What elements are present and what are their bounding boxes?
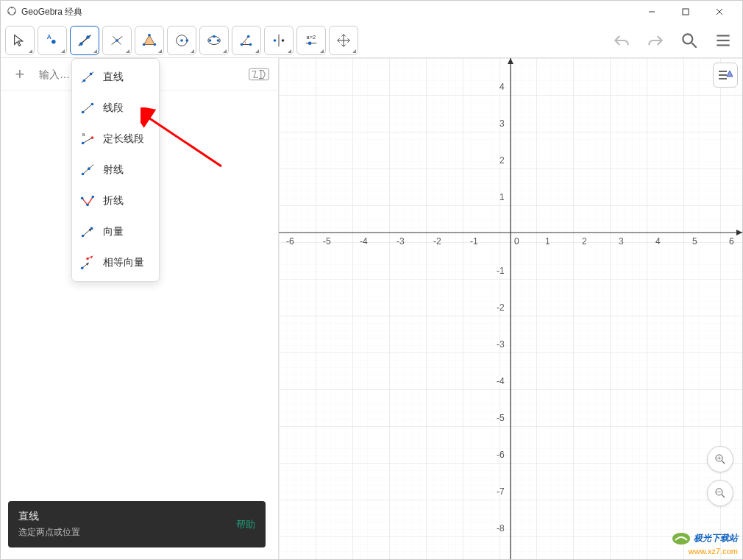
add-row-button[interactable]: + bbox=[5, 60, 35, 89]
svg-text:a: a bbox=[82, 132, 85, 137]
search-button[interactable] bbox=[675, 26, 704, 55]
svg-point-87 bbox=[672, 533, 690, 545]
svg-point-28 bbox=[249, 43, 252, 46]
zoom-in-button[interactable] bbox=[707, 446, 733, 472]
app-icon bbox=[7, 6, 17, 18]
undo-button[interactable] bbox=[607, 26, 636, 55]
watermark-line2: www.xz7.com bbox=[689, 547, 738, 556]
minimize-button[interactable] bbox=[635, 1, 669, 23]
polyline-icon bbox=[79, 193, 96, 209]
y-tick: 2 bbox=[500, 155, 505, 166]
svg-point-68 bbox=[91, 136, 94, 139]
x-tick: 2 bbox=[582, 236, 587, 247]
svg-point-1 bbox=[11, 7, 13, 8]
svg-line-66 bbox=[83, 138, 93, 143]
dropdown-item-segment-fixed[interactable]: a 定长线段 bbox=[72, 124, 159, 155]
y-tick: -4 bbox=[497, 376, 505, 386]
svg-point-63 bbox=[82, 111, 85, 114]
tool-move[interactable] bbox=[5, 26, 35, 55]
tool-circle[interactable] bbox=[167, 26, 196, 55]
tool-polygon[interactable] bbox=[135, 26, 164, 55]
dropdown-label: 折线 bbox=[103, 194, 124, 208]
tool-tooltip: 直线 选定两点或位置 帮助 bbox=[8, 501, 266, 547]
svg-point-70 bbox=[82, 173, 85, 176]
x-tick: -1 bbox=[470, 236, 478, 247]
tool-ellipse[interactable] bbox=[199, 26, 229, 55]
svg-line-37 bbox=[692, 43, 697, 48]
watermark-icon bbox=[671, 531, 692, 546]
svg-point-71 bbox=[88, 167, 90, 170]
dropdown-label: 相等向量 bbox=[103, 256, 144, 269]
dropdown-label: 线段 bbox=[103, 102, 124, 115]
redo-button[interactable] bbox=[641, 26, 670, 55]
dropdown-label: 射线 bbox=[103, 163, 124, 177]
svg-point-21 bbox=[180, 39, 183, 42]
x-tick: 6 bbox=[729, 236, 734, 247]
svg-point-61 bbox=[90, 73, 93, 76]
svg-point-36 bbox=[683, 34, 692, 43]
svg-line-62 bbox=[83, 104, 93, 113]
svg-point-2 bbox=[8, 12, 10, 13]
vector-equal-icon bbox=[79, 255, 96, 271]
maximize-button[interactable] bbox=[669, 1, 703, 23]
graph-pane[interactable]: -6 -5 -4 -3 -2 -1 0 1 2 3 4 5 6 4 3 2 1 … bbox=[279, 58, 742, 559]
tooltip-title: 直线 bbox=[18, 510, 229, 523]
dropdown-item-vector[interactable]: 向量 bbox=[72, 216, 159, 247]
tooltip-help-link[interactable]: 帮助 bbox=[236, 518, 255, 531]
watermark-line1: 极光下载站 bbox=[694, 533, 738, 543]
y-tick: 4 bbox=[500, 82, 505, 92]
svg-point-73 bbox=[86, 204, 89, 207]
tool-perpendicular[interactable] bbox=[102, 26, 132, 55]
svg-point-25 bbox=[217, 39, 220, 42]
svg-marker-16 bbox=[144, 35, 155, 44]
segment-icon bbox=[79, 100, 96, 116]
svg-point-31 bbox=[274, 39, 277, 42]
dropdown-item-vector-equal[interactable]: 相等向量 bbox=[72, 247, 159, 278]
svg-point-12 bbox=[86, 35, 90, 39]
dropdown-item-segment[interactable]: 线段 bbox=[72, 93, 159, 124]
segment-fixed-icon: a bbox=[79, 131, 96, 147]
y-tick: -2 bbox=[497, 302, 505, 313]
x-tick: -2 bbox=[433, 236, 441, 247]
tool-slider[interactable]: a=2 bbox=[296, 26, 326, 55]
svg-point-60 bbox=[83, 79, 86, 82]
x-tick: 5 bbox=[692, 236, 697, 247]
tool-point[interactable]: A bbox=[38, 26, 67, 55]
x-tick: -6 bbox=[286, 236, 294, 247]
y-tick: -8 bbox=[497, 523, 505, 534]
keyboard-button[interactable] bbox=[244, 60, 274, 89]
svg-marker-80 bbox=[86, 263, 89, 266]
watermark: 极光下载站 www.xz7.com bbox=[671, 531, 738, 556]
svg-point-22 bbox=[186, 39, 189, 42]
close-button[interactable] bbox=[703, 1, 736, 23]
titlebar: GeoGebra 经典 bbox=[1, 1, 742, 23]
zoom-out-button[interactable] bbox=[707, 480, 733, 506]
svg-point-64 bbox=[91, 103, 94, 106]
x-tick: 0 bbox=[514, 236, 519, 247]
tool-reflect[interactable] bbox=[264, 26, 294, 55]
x-tick: -5 bbox=[323, 236, 331, 247]
svg-point-15 bbox=[115, 39, 118, 42]
svg-point-29 bbox=[247, 35, 250, 38]
svg-point-17 bbox=[148, 33, 151, 36]
y-tick: -3 bbox=[497, 339, 505, 350]
svg-point-32 bbox=[282, 39, 285, 42]
vector-icon bbox=[79, 224, 96, 240]
dropdown-item-polyline[interactable]: 折线 bbox=[72, 185, 159, 216]
window-controls bbox=[635, 1, 736, 23]
line-tool-dropdown: 直线 线段 a 定长线段 射线 折线 向量 相等向量 bbox=[71, 58, 160, 282]
menu-button[interactable] bbox=[708, 26, 738, 55]
x-tick: -4 bbox=[360, 236, 368, 247]
svg-line-57 bbox=[722, 495, 725, 497]
graph-canvas[interactable] bbox=[279, 58, 742, 559]
svg-point-72 bbox=[81, 197, 84, 200]
graph-style-button[interactable] bbox=[713, 63, 738, 88]
tool-move-view[interactable] bbox=[329, 26, 358, 55]
dropdown-item-line[interactable]: 直线 bbox=[72, 62, 159, 93]
tool-angle[interactable] bbox=[232, 26, 261, 55]
svg-point-24 bbox=[209, 39, 212, 42]
tool-line[interactable] bbox=[70, 26, 99, 55]
dropdown-item-ray[interactable]: 射线 bbox=[72, 155, 159, 185]
y-tick: -6 bbox=[497, 450, 505, 460]
x-tick: 1 bbox=[545, 236, 550, 247]
